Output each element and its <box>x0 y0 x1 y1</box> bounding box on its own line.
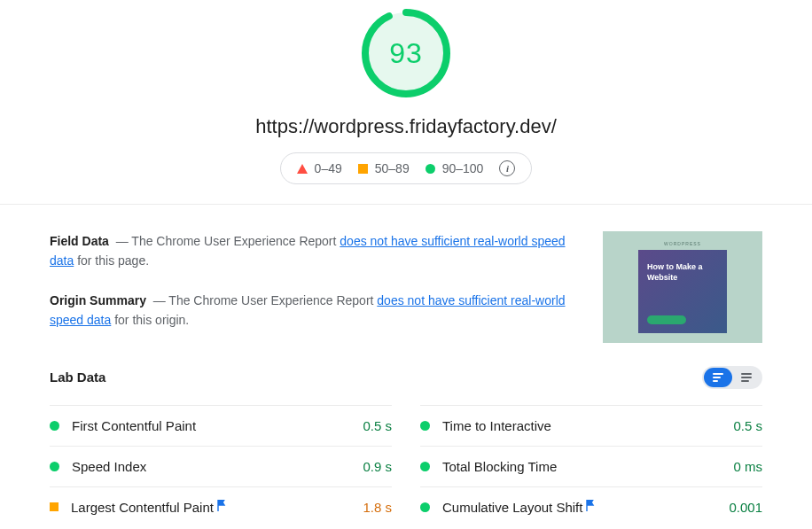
bars-left-icon <box>713 373 723 382</box>
score-gauge: 93 <box>360 7 452 99</box>
metric-row[interactable]: Total Blocking Time0 ms <box>420 446 762 486</box>
score-legend: 0–49 50–89 90–100 i <box>280 152 533 184</box>
circle-icon <box>420 502 430 512</box>
metric-row[interactable]: Largest Contentful Paint1.8 s <box>50 486 392 527</box>
square-icon <box>358 164 368 174</box>
legend-poor: 0–49 <box>297 161 342 175</box>
lab-data-heading: Lab Data <box>50 370 105 385</box>
legend-good: 90–100 <box>426 161 484 175</box>
metric-name: First Contentful Paint <box>72 418 363 433</box>
view-toggle-compact[interactable] <box>732 368 761 387</box>
view-toggle <box>702 366 762 389</box>
score-hero: 93 https://wordpress.fridayfactory.dev/ … <box>0 0 812 204</box>
circle-icon <box>420 421 430 431</box>
metric-name: Speed Index <box>72 459 363 474</box>
flag-icon <box>586 500 596 514</box>
metrics-column-right: Time to Interactive0.5 sTotal Blocking T… <box>420 405 762 527</box>
metric-value: 0.5 s <box>363 418 392 433</box>
score-value: 93 <box>360 7 452 99</box>
tested-url: https://wordpress.fridayfactory.dev/ <box>0 115 812 138</box>
metric-name: Cumulative Layout Shift <box>442 500 729 515</box>
circle-icon <box>420 462 430 471</box>
origin-summary-text: Origin Summary — The Chrome User Experie… <box>50 291 582 331</box>
metric-value: 0 ms <box>733 459 762 474</box>
circle-icon <box>50 421 59 431</box>
metric-value: 1.8 s <box>363 500 392 515</box>
info-icon[interactable]: i <box>499 160 515 176</box>
metric-row[interactable]: Speed Index0.9 s <box>50 446 392 486</box>
metric-row[interactable]: Cumulative Layout Shift0.001 <box>420 486 762 527</box>
square-icon <box>50 502 59 511</box>
page-screenshot-thumbnail[interactable]: WORDPRESS How to Make a Website <box>603 231 762 343</box>
metric-name: Time to Interactive <box>442 418 733 433</box>
metric-name: Largest Contentful Paint <box>71 500 363 515</box>
metric-value: 0.5 s <box>733 418 762 433</box>
metric-value: 0.001 <box>729 500 762 515</box>
legend-avg: 50–89 <box>358 161 410 175</box>
view-toggle-expanded[interactable] <box>704 368 732 387</box>
flag-icon <box>217 500 227 514</box>
circle-icon <box>426 164 435 174</box>
metric-value: 0.9 s <box>363 459 392 474</box>
metric-name: Total Blocking Time <box>442 459 733 474</box>
thumbnail-cta <box>647 315 686 324</box>
circle-icon <box>50 462 59 471</box>
metrics-column-left: First Contentful Paint0.5 sSpeed Index0.… <box>50 405 392 527</box>
triangle-icon <box>297 164 308 174</box>
metric-row[interactable]: Time to Interactive0.5 s <box>420 405 762 446</box>
metric-row[interactable]: First Contentful Paint0.5 s <box>50 405 392 446</box>
bars-icon <box>741 373 752 382</box>
field-data-text: Field Data — The Chrome User Experience … <box>50 231 582 271</box>
